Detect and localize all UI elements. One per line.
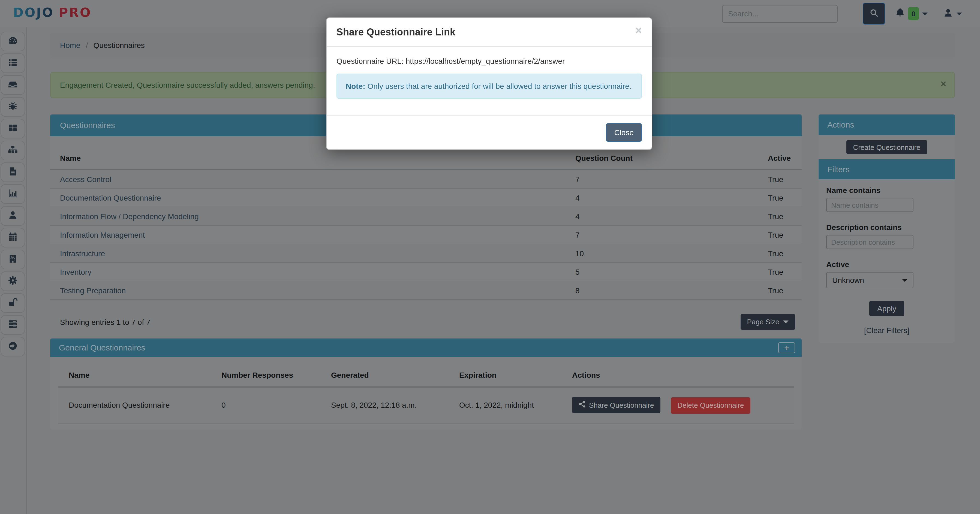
page: DOJO PRO 0 — [0, 0, 980, 514]
share-questionnaire-modal: Share Questionnaire Link × Questionnaire… — [326, 17, 652, 150]
questionnaire-url-text: Questionnaire URL: https://localhost/emp… — [336, 57, 642, 65]
modal-close-button[interactable]: Close — [606, 123, 642, 142]
modal-body: Questionnaire URL: https://localhost/emp… — [327, 47, 652, 115]
note-label: Note: — [346, 82, 365, 90]
screenshot-viewport: DOJO PRO 0 — [0, 0, 980, 514]
modal-title: Share Questionnaire Link — [336, 26, 642, 38]
modal-header: Share Questionnaire Link × — [327, 18, 652, 47]
note-info-alert: Note:Only users that are authorized for … — [336, 74, 642, 99]
note-text: Only users that are authorized for will … — [368, 82, 632, 90]
modal-close-icon[interactable]: × — [635, 25, 642, 36]
modal-footer: Close — [327, 115, 652, 149]
